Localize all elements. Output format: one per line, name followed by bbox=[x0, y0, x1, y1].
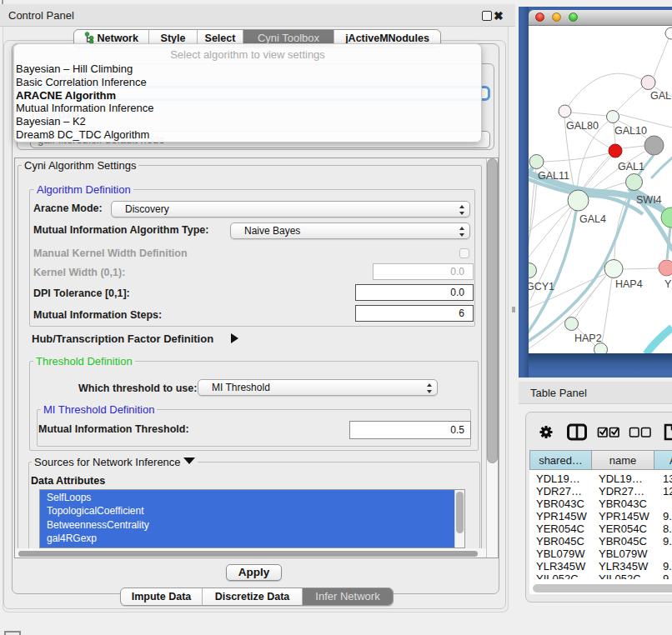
svg-text:GAL1: GAL1 bbox=[618, 161, 644, 172]
svg-text:GCY1: GCY1 bbox=[529, 281, 554, 292]
svg-text:GAL: GAL bbox=[650, 90, 671, 102]
svg-text:Y: Y bbox=[664, 278, 672, 290]
svg-text:GAL10: GAL10 bbox=[614, 125, 647, 137]
svg-text:GAL11: GAL11 bbox=[538, 170, 569, 182]
svg-text:HAP2: HAP2 bbox=[574, 332, 602, 344]
svg-text:GAL80: GAL80 bbox=[566, 120, 599, 132]
svg-text:SWI4: SWI4 bbox=[636, 194, 662, 206]
svg-text:GAL4: GAL4 bbox=[579, 213, 606, 225]
svg-text:HAP4: HAP4 bbox=[615, 278, 643, 290]
